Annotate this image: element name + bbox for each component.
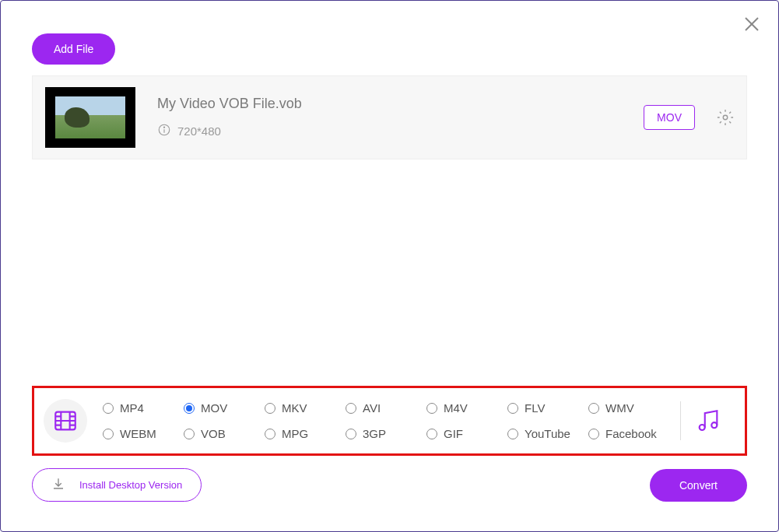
music-category-icon[interactable] [695,408,721,434]
format-option-mov[interactable]: MOV [184,401,261,415]
format-option-vob[interactable]: VOB [184,427,261,440]
add-file-button[interactable]: Add File [32,33,115,65]
download-icon [51,477,65,493]
convert-button[interactable]: Convert [650,469,747,502]
radio-icon [507,429,518,439]
radio-icon [426,429,437,439]
radio-icon [426,403,437,414]
format-option-avi[interactable]: AVI [346,401,423,415]
svg-point-14 [700,425,705,430]
file-row: My Video VOB File.vob 720*480 MOV [32,75,747,159]
radio-icon [103,429,114,439]
svg-point-5 [723,115,728,120]
format-label: AVI [363,401,381,415]
radio-icon [588,403,599,414]
radio-icon [103,403,114,414]
file-info: My Video VOB File.vob 720*480 [157,96,644,139]
format-label: MP4 [120,401,144,415]
install-desktop-label: Install Desktop Version [79,479,182,491]
format-option-facebook[interactable]: Facebook [588,427,666,440]
radio-icon [265,429,275,439]
format-label: YouTube [525,427,570,440]
install-desktop-button[interactable]: Install Desktop Version [32,468,202,502]
format-label: M4V [444,401,468,415]
format-label: WEBM [120,427,156,440]
format-label: VOB [201,427,226,440]
radio-icon [588,429,599,439]
format-option-3gp[interactable]: 3GP [346,427,423,440]
info-icon [157,123,171,139]
format-option-mpg[interactable]: MPG [265,427,342,440]
bottom-row: Install Desktop Version Convert [32,468,747,502]
format-label: MOV [201,401,227,415]
format-option-mkv[interactable]: MKV [265,401,342,415]
radio-icon [184,429,195,439]
radio-icon [346,429,356,439]
output-format-badge[interactable]: MOV [644,105,695,130]
format-option-wmv[interactable]: WMV [588,401,666,415]
file-resolution: 720*480 [177,124,221,138]
radio-icon [507,403,518,414]
format-label: MKV [282,401,307,415]
format-label: WMV [605,401,634,415]
format-panel: MP4MOVMKVAVIM4VFLVWMVWEBMVOBMPG3GPGIFYou… [32,386,747,456]
radio-icon [184,403,195,414]
format-label: Facebook [605,427,657,440]
format-option-webm[interactable]: WEBM [103,427,181,440]
format-label: GIF [444,427,463,440]
close-icon[interactable] [742,15,761,33]
divider [680,401,681,440]
file-name: My Video VOB File.vob [157,96,644,112]
svg-point-15 [711,422,717,428]
format-label: FLV [525,401,545,415]
format-label: 3GP [363,427,386,440]
format-option-mp4[interactable]: MP4 [103,401,181,415]
video-category-icon[interactable] [44,399,87,443]
format-option-gif[interactable]: GIF [426,427,504,440]
format-option-youtube[interactable]: YouTube [507,427,585,440]
file-meta: 720*480 [157,123,644,139]
format-option-m4v[interactable]: M4V [426,401,504,415]
radio-icon [265,403,275,414]
radio-icon [346,403,356,414]
format-option-flv[interactable]: FLV [507,401,585,415]
svg-point-4 [163,127,164,128]
video-thumbnail[interactable] [45,87,135,148]
format-label: MPG [282,427,308,440]
gear-icon[interactable] [717,109,734,126]
